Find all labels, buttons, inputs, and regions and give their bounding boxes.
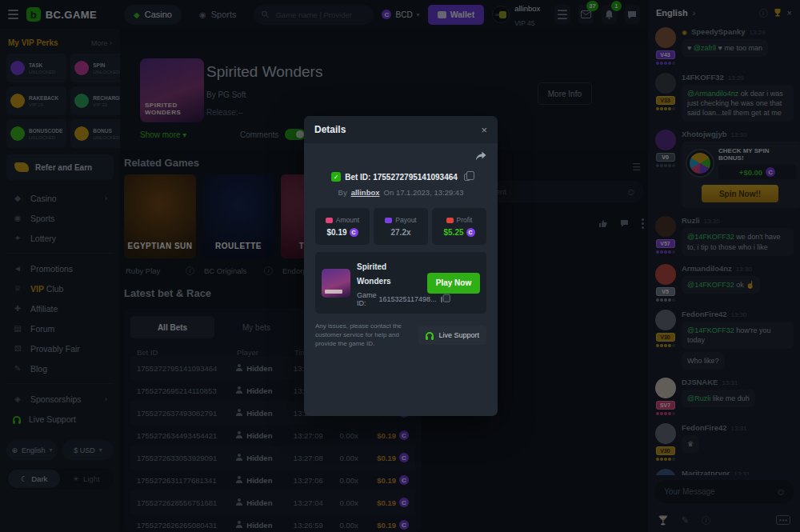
copy-icon[interactable] xyxy=(464,174,470,181)
coin-icon xyxy=(466,228,475,237)
verified-icon xyxy=(331,172,341,182)
app-root: b BC.GAME ◆ Casino ◉ Sports BCD ▾ Wallet… xyxy=(0,0,800,532)
by-label: By xyxy=(338,188,347,197)
stat-value-text: $5.25 xyxy=(443,228,463,237)
coin-icon xyxy=(350,228,358,237)
bet-player-link[interactable]: allinbox xyxy=(351,188,380,197)
modal-game-card: Spirited Wonders Game ID: 1615325117498.… xyxy=(315,252,486,314)
headset-icon xyxy=(426,332,434,338)
stat-value-text: $0.19 xyxy=(326,228,346,237)
live-support-button[interactable]: Live Support xyxy=(418,326,486,345)
stat-label-text: Profit xyxy=(457,216,473,224)
play-now-button[interactable]: Play Now xyxy=(427,273,480,294)
modal-title: Details xyxy=(314,124,346,135)
stat-label-text: Payout xyxy=(395,216,416,224)
stat-value: 27.2x xyxy=(390,228,410,237)
bet-id: Bet ID: 1755272795141093464 xyxy=(345,173,458,182)
modal-game-id: Game ID: 1615325117498... xyxy=(357,291,421,307)
modal-game-name: Spirited Wonders xyxy=(357,262,391,286)
stat-value: $0.19 xyxy=(326,228,358,237)
stat-payout: Payout27.2x xyxy=(374,208,428,245)
share-icon[interactable] xyxy=(475,151,486,161)
stat-label: Amount xyxy=(326,216,359,224)
stat-profit: Profit$5.25 xyxy=(432,208,486,245)
support-note: Any issues, please contact the customer … xyxy=(315,322,412,349)
stat-value: $5.25 xyxy=(443,228,474,237)
modal-header: Details × xyxy=(304,116,498,143)
game-thumbnail[interactable] xyxy=(322,269,350,298)
stat-label-text: Amount xyxy=(336,216,359,224)
amount-icon xyxy=(326,218,333,223)
stat-value-text: 27.2x xyxy=(390,228,410,237)
profit-icon xyxy=(446,218,454,223)
stat-amount: Amount$0.19 xyxy=(315,208,370,245)
stat-label: Payout xyxy=(385,216,416,224)
bet-details-modal: Details × Bet ID: 1755272795141093464 By… xyxy=(304,116,498,416)
bet-datetime: On 17.1.2023, 13:29:43 xyxy=(384,188,464,197)
close-icon[interactable]: × xyxy=(481,124,487,136)
modal-body: Bet ID: 1755272795141093464 By allinbox … xyxy=(304,143,498,357)
stat-label: Profit xyxy=(446,216,473,224)
copy-icon[interactable] xyxy=(442,296,443,302)
bet-stats: Amount$0.19Payout27.2xProfit$5.25 xyxy=(315,208,486,245)
payout-icon xyxy=(385,218,392,223)
